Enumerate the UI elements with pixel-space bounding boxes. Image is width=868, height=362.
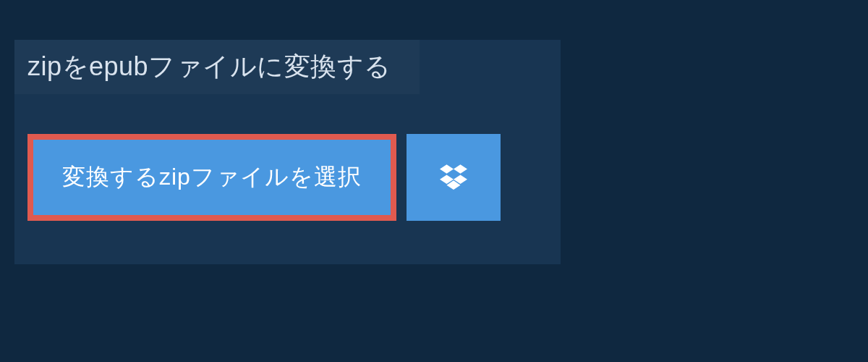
button-row: 変換するzipファイルを選択 [27, 134, 501, 221]
dropbox-icon [440, 162, 467, 193]
heading-bar: zipをepubファイルに変換する [14, 40, 420, 94]
dropbox-button[interactable] [407, 134, 501, 221]
page-title: zipをepubファイルに変換する [27, 49, 391, 85]
select-file-button[interactable]: 変換するzipファイルを選択 [27, 134, 396, 221]
select-file-label: 変換するzipファイルを選択 [62, 161, 362, 193]
converter-card: zipをepubファイルに変換する 変換するzipファイルを選択 [14, 40, 561, 264]
